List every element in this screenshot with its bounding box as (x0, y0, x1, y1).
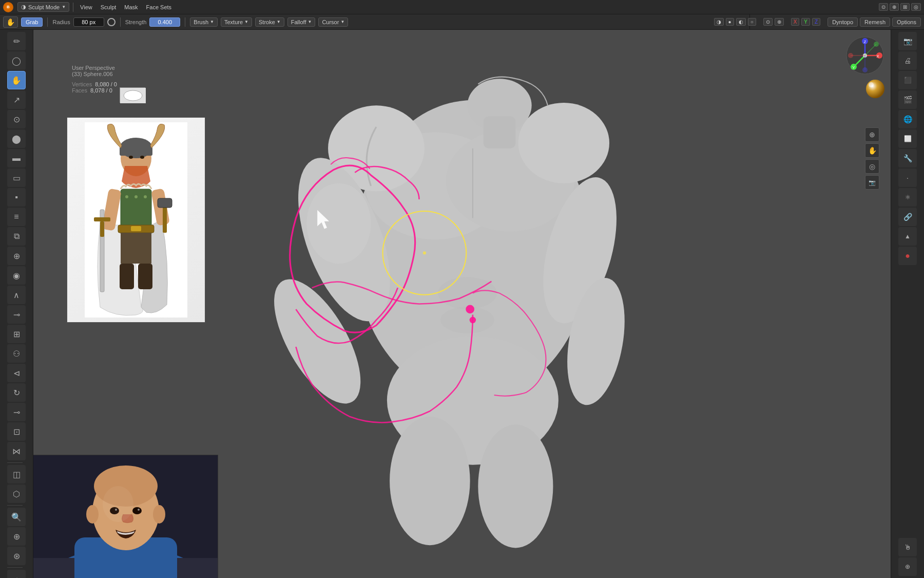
tool-transform[interactable]: ⊕ (7, 527, 26, 546)
falloff-dropdown-label: Falloff (291, 19, 306, 25)
brush-icon-btn[interactable]: ✋ (3, 16, 18, 28)
y-axis-btn[interactable]: Y (801, 18, 810, 26)
z-axis-label: Z (864, 40, 867, 44)
tool-rotate[interactable]: ↻ (7, 383, 26, 402)
nav-pan[interactable]: ✋ (865, 143, 879, 158)
rs-navigate-view[interactable]: 🖱 (898, 538, 917, 556)
radius-input[interactable] (73, 17, 104, 27)
svg-point-19 (470, 317, 476, 324)
svg-point-33 (129, 156, 133, 159)
xray-toggle[interactable]: ◑ (714, 18, 724, 26)
tool-inflate[interactable]: ⊕ (7, 247, 26, 265)
svg-point-43 (134, 195, 138, 198)
left-sidebar: ✏ ◯ ✋ ↗ ⊙ ⬤ ▬ ▭ ▪ ≡ ⧉ ⊕ ◉ ∧ ⊸ ⊞ ⚇ ⊲ ↻ ⊸ … (0, 30, 33, 578)
tool-mask[interactable]: ◫ (7, 465, 26, 483)
rs-output[interactable]: 🖨 (898, 51, 917, 70)
tool-clay[interactable]: ▪ (7, 188, 26, 207)
tool-crease[interactable]: ∧ (7, 286, 26, 304)
blender-logo: B (3, 2, 13, 12)
svg-rect-29 (138, 264, 152, 289)
facesets-menu[interactable]: Face Sets (143, 3, 175, 11)
vertices-label: Vertices (72, 81, 92, 87)
rs-material[interactable]: ● (898, 247, 917, 265)
strength-input[interactable] (149, 17, 180, 27)
falloff-dropdown[interactable]: Falloff ▼ (287, 17, 316, 27)
tool-draw[interactable]: ✏ (7, 32, 26, 50)
options-btn[interactable]: Options (892, 17, 921, 27)
tool-grab[interactable]: ✋ (7, 71, 26, 89)
tool-layer[interactable]: ⧉ (7, 227, 26, 246)
rs-render-settings[interactable]: 📷 (898, 32, 917, 50)
viewport-overlay[interactable]: ⊙ (763, 18, 773, 26)
tool-snake[interactable]: ↗ (7, 90, 26, 109)
brush-dropdown[interactable]: Brush ▼ (190, 17, 218, 27)
tool-clay-strips[interactable]: ≡ (7, 208, 26, 226)
y-axis-label: Y (852, 65, 855, 70)
sculpt-label: Sculpt (101, 4, 117, 10)
rs-modifier[interactable]: 🔧 (898, 149, 917, 167)
matcap-shading[interactable]: ◐ (736, 18, 746, 26)
rs-view-layer[interactable]: ⬛ (898, 71, 917, 89)
cursor-dropdown-label: Cursor (322, 19, 339, 25)
tool-pose[interactable]: ⚇ (7, 344, 26, 363)
rs-scene[interactable]: 🎬 (898, 90, 917, 109)
tool-fill[interactable]: ⬤ (7, 129, 26, 148)
tool-scrape[interactable]: ▬ (7, 149, 26, 167)
sculpt-menu[interactable]: Sculpt (98, 3, 120, 11)
tool-cloth[interactable]: ⋈ (7, 442, 26, 460)
nav-orbit[interactable]: ◎ (865, 159, 879, 174)
rs-object[interactable]: ⬜ (898, 129, 917, 148)
reference-image[interactable] (67, 117, 205, 323)
tool-transform2[interactable]: ⊛ (7, 547, 26, 565)
nav-zoom[interactable]: ⊕ (865, 127, 879, 142)
tool-annotate[interactable]: ✒ (7, 570, 26, 578)
rs-physics[interactable]: ⚛ (898, 188, 917, 207)
remesh-btn[interactable]: Remesh (860, 17, 890, 27)
sidebar-sep3 (7, 567, 23, 568)
proportional-btn[interactable]: ◎ (911, 3, 921, 11)
tool-flatten[interactable]: ▭ (7, 169, 26, 187)
tool-blob[interactable]: ◉ (7, 266, 26, 285)
svg-point-34 (140, 156, 144, 159)
svg-point-61 (866, 80, 884, 98)
svg-point-21 (423, 251, 426, 254)
svg-point-13 (390, 417, 470, 546)
rs-data[interactable]: ▲ (898, 227, 917, 246)
tool-smooth[interactable]: ◯ (7, 51, 26, 70)
svg-rect-28 (120, 264, 134, 289)
tool-nudge[interactable]: ⊲ (7, 364, 26, 382)
tool-slide[interactable]: ⊸ (7, 403, 26, 421)
solid-shading[interactable]: ● (726, 18, 734, 26)
remesh-label: Remesh (864, 19, 886, 25)
rs-constraints[interactable]: 🔗 (898, 208, 917, 226)
tool-zoom[interactable]: 🔍 (7, 508, 26, 526)
rs-world[interactable]: 🌐 (898, 110, 917, 128)
rs-particles[interactable]: · (898, 169, 917, 187)
grab-btn[interactable]: Grab (21, 17, 43, 27)
texture-dropdown[interactable]: Texture ▼ (221, 17, 252, 27)
x-axis-btn[interactable]: X (791, 18, 800, 26)
view-menu[interactable]: View (77, 3, 95, 11)
z-axis-btn[interactable]: Z (812, 18, 820, 26)
mode-selector[interactable]: ◑ Grab Sculpt Mode ▼ (17, 2, 69, 12)
nav-camera[interactable]: 📷 (865, 175, 879, 190)
tool-multires[interactable]: ⊞ (7, 325, 26, 343)
dyntopo-btn[interactable]: Dyntopo (827, 17, 858, 27)
stroke-dropdown[interactable]: Stroke ▼ (255, 17, 284, 27)
gizmo-btn[interactable]: ⊕ (890, 3, 899, 11)
cursor-dropdown[interactable]: Cursor ▼ (318, 17, 348, 27)
nav-gizmo[interactable]: X Y Z (844, 35, 886, 76)
rendered-shading[interactable]: ○ (748, 18, 756, 26)
svg-rect-41 (158, 198, 172, 208)
tool-boundary[interactable]: ⊡ (7, 422, 26, 441)
viewport-gizmo[interactable]: ⊕ (775, 18, 784, 26)
mask-menu[interactable]: Mask (121, 3, 141, 11)
overlay-btn[interactable]: ⊙ (879, 3, 888, 11)
mask-label: Mask (124, 4, 138, 10)
facesets-label: Face Sets (146, 4, 172, 10)
tool-thumb[interactable]: ⊙ (7, 110, 26, 128)
rs-walk-mode[interactable]: ⊕ (898, 557, 917, 576)
snap-btn[interactable]: ⊞ (900, 3, 910, 11)
tool-draw-facesets[interactable]: ⬡ (7, 484, 26, 503)
tool-pinch[interactable]: ⊸ (7, 305, 26, 324)
